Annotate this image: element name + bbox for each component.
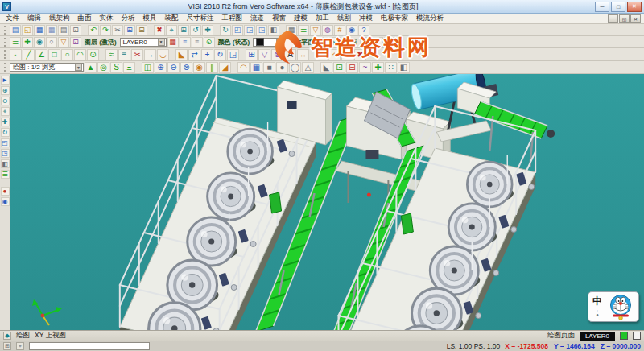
rotate-copy-icon[interactable]: ↻ xyxy=(214,49,226,60)
erase-icon[interactable]: ✖ xyxy=(354,49,366,60)
text-icon[interactable]: A xyxy=(284,49,296,60)
boolean-subtract-icon[interactable]: ⊖ xyxy=(167,62,180,73)
thicken-icon[interactable]: ⊡ xyxy=(333,62,345,73)
offset-icon[interactable]: ≡ xyxy=(118,49,130,60)
layer-panel-icon[interactable]: ☰ xyxy=(1,170,10,179)
measure-icon[interactable]: # xyxy=(334,25,345,35)
circle-icon[interactable]: ○ xyxy=(61,49,73,60)
zoom-fit-icon[interactable]: ⌖ xyxy=(166,25,177,35)
zoom-out-icon[interactable]: ⊖ xyxy=(1,97,10,105)
menu-file[interactable]: 文件 xyxy=(2,14,23,23)
attribute-match-icon[interactable]: ⊙ xyxy=(204,37,215,47)
intersect-icon[interactable]: ⊗ xyxy=(271,49,283,60)
copy-icon[interactable]: ⊞ xyxy=(124,25,135,35)
front-view-icon[interactable]: ◰ xyxy=(1,138,10,147)
render-shade-icon[interactable]: ◧ xyxy=(398,62,410,73)
redo-icon[interactable]: ↷ xyxy=(100,25,111,35)
curve-analysis-icon[interactable]: ∴ xyxy=(341,49,353,60)
menu-analysis[interactable]: 分析 xyxy=(118,14,139,23)
block-icon[interactable]: ■ xyxy=(263,62,275,73)
ime-language-indicator[interactable]: 中 xyxy=(592,296,602,306)
boolean-intersect-icon[interactable]: ⊗ xyxy=(180,62,192,73)
delete-icon[interactable]: ✖ xyxy=(154,25,165,35)
mirror-icon[interactable]: ⇄ xyxy=(188,49,200,60)
menu-progress[interactable]: 冲模 xyxy=(355,14,377,23)
chevron-down-icon[interactable]: ▼ xyxy=(158,39,165,46)
sphere-icon[interactable]: ◯ xyxy=(289,62,301,73)
menu-wire-edm[interactable]: 线割 xyxy=(333,14,355,23)
view-top-icon[interactable]: ◲ xyxy=(244,25,255,35)
grid-toggle-icon[interactable]: ⊞ xyxy=(384,37,395,47)
ime-punctuation-icon[interactable]: , xyxy=(597,307,598,312)
open-file-icon[interactable]: ◱ xyxy=(22,25,33,35)
pattern-feature-icon[interactable]: ▦ xyxy=(250,62,262,73)
colour-picker-icon[interactable]: ▦ xyxy=(167,37,179,47)
rectangle-icon[interactable]: □ xyxy=(48,49,60,60)
system-settings-icon[interactable]: ◎ xyxy=(360,37,371,47)
zoom-extents-icon[interactable]: ⌖ xyxy=(1,107,10,116)
scale-icon[interactable]: ◲ xyxy=(227,49,239,60)
solid-analysis-icon[interactable]: ∷ xyxy=(385,62,397,73)
toolbar-grip[interactable] xyxy=(4,50,6,59)
active-layer-chip[interactable]: LAYER0 xyxy=(580,332,615,341)
trim-icon[interactable]: ✂ xyxy=(131,49,143,60)
save-icon[interactable]: ▦ xyxy=(34,25,45,35)
layer-colour-swatch[interactable] xyxy=(620,332,628,340)
shade-mode-icon[interactable]: ◧ xyxy=(1,159,10,168)
arc-icon[interactable]: ◠ xyxy=(74,49,86,60)
viewport[interactable]: 中 , ● xyxy=(10,74,644,330)
loft-icon[interactable]: Ξ xyxy=(123,62,135,73)
array-icon[interactable]: ⊞ xyxy=(246,49,258,60)
maximize-button[interactable]: □ xyxy=(611,2,625,12)
pan-icon[interactable]: ✚ xyxy=(202,25,213,35)
menu-solid[interactable]: 实体 xyxy=(96,14,118,23)
point-icon[interactable]: ∙ xyxy=(10,49,22,60)
layer-list-icon[interactable]: ☰ xyxy=(10,37,21,47)
entity-colour-swatch[interactable] xyxy=(633,332,641,340)
info-icon[interactable]: ◉ xyxy=(346,25,357,35)
filter-entities-icon[interactable]: ▽ xyxy=(58,37,69,47)
mdi-close-button[interactable]: ✕ xyxy=(630,14,641,23)
snap-grid-icon[interactable]: ⊞ xyxy=(3,342,11,350)
record-icon[interactable]: ● xyxy=(1,187,10,196)
hole-icon[interactable]: ◉ xyxy=(193,62,205,73)
deform-icon[interactable]: ~ xyxy=(359,62,371,73)
select-icon[interactable]: ► xyxy=(1,76,10,85)
line-icon[interactable]: ╱ xyxy=(23,49,35,60)
draft-icon[interactable]: ◢ xyxy=(219,62,231,73)
split-icon[interactable]: ⊟ xyxy=(346,62,358,73)
layer-visibility-icon[interactable]: ◉ xyxy=(34,37,45,47)
shell-icon[interactable]: ◫ xyxy=(142,62,154,73)
layer-freeze-icon[interactable]: ○ xyxy=(46,37,57,47)
sweep-icon[interactable]: S xyxy=(110,62,122,73)
shaded-view-icon[interactable]: ◧ xyxy=(268,25,279,35)
menu-machining[interactable]: 加工 xyxy=(312,14,333,23)
toolbar-grip[interactable] xyxy=(4,63,6,72)
toolbar-grip[interactable] xyxy=(4,38,6,47)
boolean-union-icon[interactable]: ⊕ xyxy=(155,62,167,73)
menu-edit[interactable]: 编辑 xyxy=(23,14,45,23)
spline-icon[interactable]: ≈ xyxy=(105,49,118,60)
green-panel-right[interactable] xyxy=(401,213,413,234)
ime-mode-icon[interactable]: ● xyxy=(596,312,599,317)
menu-mould[interactable]: 模具 xyxy=(139,14,161,23)
pan-view-icon[interactable]: ✚ xyxy=(1,118,10,126)
move-icon[interactable]: + xyxy=(201,49,213,60)
command-input[interactable] xyxy=(29,342,150,350)
print-icon[interactable]: ▤ xyxy=(58,25,69,35)
attribute-paint-icon[interactable]: ⊡ xyxy=(70,37,81,47)
ime-widget[interactable]: 中 , ● xyxy=(588,291,639,322)
line-weight-icon[interactable]: ≡ xyxy=(192,37,203,47)
revolve-icon[interactable]: ◎ xyxy=(97,62,109,73)
sheet-selector[interactable]: 绘图 : 1/2 浏览 ▼ xyxy=(10,63,84,72)
zoom-previous-icon[interactable]: ↺ xyxy=(190,25,201,35)
paste-icon[interactable]: ⊟ xyxy=(136,25,147,35)
menu-surface[interactable]: 曲面 xyxy=(74,14,96,23)
capture-icon[interactable]: ◉ xyxy=(1,197,10,206)
zoom-in-icon[interactable]: ⊕ xyxy=(1,86,10,95)
minimize-button[interactable]: ─ xyxy=(595,2,609,12)
menu-wireframe[interactable]: 线架构 xyxy=(45,14,74,23)
chevron-down-icon[interactable]: ▼ xyxy=(276,39,283,46)
undo-icon[interactable]: ↶ xyxy=(88,25,99,35)
cut-icon[interactable]: ✂ xyxy=(112,25,123,35)
